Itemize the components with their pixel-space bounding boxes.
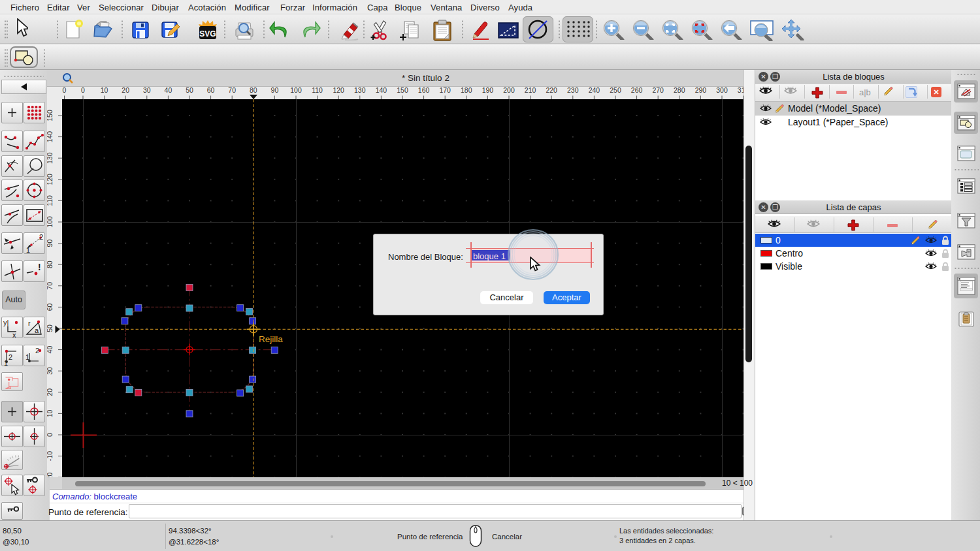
svg-text:!: ! — [38, 262, 41, 272]
svg-text:260: 260 — [631, 87, 643, 94]
svg-text:60: 60 — [207, 87, 215, 94]
svg-text:280: 280 — [674, 87, 685, 94]
svg-text:10: 10 — [47, 409, 54, 417]
svg-text:180: 180 — [461, 87, 472, 94]
svg-text:0: 0 — [47, 433, 54, 437]
svg-text:170: 170 — [439, 87, 451, 94]
svg-text:190: 190 — [482, 87, 494, 94]
svg-text:150: 150 — [397, 87, 408, 94]
svg-text:40: 40 — [47, 346, 54, 354]
svg-text:270: 270 — [652, 87, 664, 94]
svg-text:200: 200 — [503, 87, 515, 94]
svg-text:140: 140 — [47, 131, 54, 143]
svg-text:10: 10 — [101, 87, 108, 94]
svg-text:230: 230 — [567, 87, 579, 94]
svg-text:1: 1 — [4, 359, 8, 366]
svg-text:60: 60 — [47, 303, 54, 311]
svg-text:0: 0 — [81, 87, 85, 94]
svg-text:80: 80 — [47, 260, 54, 268]
svg-text:r: r — [28, 319, 31, 327]
svg-text:80: 80 — [250, 87, 257, 94]
svg-text:2: 2 — [35, 347, 39, 354]
svg-text:100: 100 — [47, 216, 54, 228]
svg-text:130: 130 — [47, 152, 54, 164]
svg-text:290: 290 — [695, 87, 707, 94]
svg-text:2: 2 — [8, 353, 12, 361]
svg-text:120: 120 — [47, 174, 54, 185]
svg-text:Rejilla: Rejilla — [259, 334, 283, 344]
svg-text:y|: y| — [3, 319, 8, 326]
svg-text:x: x — [12, 331, 16, 338]
svg-text:140: 140 — [376, 87, 387, 94]
svg-text:70: 70 — [47, 282, 54, 290]
svg-text:40: 40 — [165, 87, 172, 94]
svg-text:210: 210 — [525, 87, 536, 94]
svg-text:1: 1 — [26, 246, 30, 253]
svg-text:300: 300 — [716, 87, 728, 94]
svg-text:110: 110 — [312, 87, 323, 94]
svg-text:1: 1 — [25, 353, 29, 361]
svg-text:-10: -10 — [47, 451, 54, 461]
svg-text:-20: -20 — [47, 472, 54, 477]
svg-text:20: 20 — [47, 388, 54, 396]
svg-text:250: 250 — [610, 87, 621, 94]
svg-text:30: 30 — [143, 87, 151, 94]
svg-text:120: 120 — [333, 87, 344, 94]
svg-text:SVG: SVG — [199, 29, 216, 39]
svg-text:50: 50 — [186, 87, 193, 94]
svg-text:20: 20 — [122, 87, 129, 94]
svg-text:30: 30 — [47, 367, 54, 375]
svg-text:130: 130 — [354, 87, 366, 94]
svg-text:90: 90 — [47, 240, 54, 247]
svg-text:240: 240 — [589, 87, 600, 94]
svg-text:2: 2 — [39, 233, 43, 241]
svg-text:150: 150 — [47, 110, 54, 121]
svg-text:70: 70 — [228, 87, 236, 94]
svg-text:50: 50 — [47, 324, 54, 332]
svg-text:220: 220 — [546, 87, 557, 94]
svg-text:90: 90 — [271, 87, 279, 94]
svg-text:100: 100 — [290, 87, 302, 94]
svg-text:a: a — [35, 326, 39, 334]
svg-text:110: 110 — [47, 195, 54, 206]
svg-text:310: 310 — [738, 87, 743, 94]
svg-text:160: 160 — [418, 87, 430, 94]
svg-text:0: 0 — [63, 87, 67, 94]
